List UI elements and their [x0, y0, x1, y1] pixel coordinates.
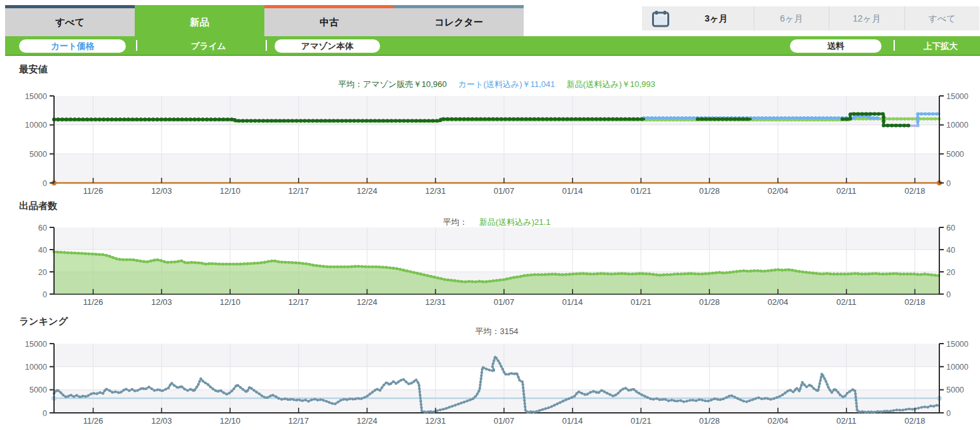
svg-text:01/07: 01/07	[494, 297, 515, 307]
svg-text:5000: 5000	[946, 150, 964, 159]
svg-text:12/17: 12/17	[289, 416, 310, 426]
svg-text:02/18: 02/18	[904, 416, 925, 426]
svg-text:01/14: 01/14	[562, 416, 583, 426]
svg-text:02/11: 02/11	[836, 186, 857, 196]
chart-ranking	[50, 344, 944, 413]
svg-text:5000: 5000	[29, 150, 47, 159]
price-history-charts: 00500050001000010000150001500011/2612/03…	[0, 0, 980, 430]
svg-text:02/18: 02/18	[904, 186, 925, 196]
svg-text:01/28: 01/28	[699, 416, 720, 426]
svg-text:60: 60	[38, 224, 47, 232]
svg-text:12/31: 12/31	[425, 416, 446, 426]
svg-text:01/14: 01/14	[562, 186, 583, 196]
svg-text:10000: 10000	[25, 121, 47, 130]
svg-text:01/21: 01/21	[630, 416, 651, 426]
svg-text:02/04: 02/04	[768, 416, 789, 426]
svg-text:20: 20	[946, 268, 955, 277]
svg-text:11/26: 11/26	[83, 416, 104, 426]
svg-text:0: 0	[946, 290, 951, 299]
svg-text:12/31: 12/31	[425, 186, 446, 196]
svg-text:15000: 15000	[946, 340, 969, 349]
svg-text:10000: 10000	[25, 363, 47, 372]
svg-text:5000: 5000	[29, 386, 47, 394]
svg-text:10000: 10000	[946, 363, 969, 372]
svg-text:20: 20	[38, 268, 47, 277]
svg-text:01/28: 01/28	[699, 297, 720, 307]
svg-text:12/03: 12/03	[151, 416, 172, 426]
svg-text:15000: 15000	[25, 340, 47, 349]
svg-text:0: 0	[43, 290, 47, 299]
svg-text:0: 0	[43, 179, 47, 188]
svg-text:01/14: 01/14	[562, 297, 583, 307]
svg-text:5000: 5000	[946, 386, 964, 394]
svg-text:12/17: 12/17	[289, 186, 310, 196]
svg-text:02/18: 02/18	[904, 297, 925, 307]
svg-text:40: 40	[38, 246, 47, 255]
svg-text:15000: 15000	[946, 92, 969, 101]
svg-text:12/31: 12/31	[425, 297, 446, 307]
chart-seller-count	[50, 227, 944, 294]
svg-text:12/24: 12/24	[357, 297, 378, 307]
svg-text:12/10: 12/10	[220, 297, 241, 307]
svg-text:0: 0	[43, 409, 47, 418]
svg-text:12/24: 12/24	[357, 186, 378, 196]
svg-text:02/04: 02/04	[768, 186, 789, 196]
svg-text:0: 0	[946, 179, 951, 188]
svg-text:40: 40	[946, 246, 955, 255]
svg-text:11/26: 11/26	[83, 297, 104, 307]
svg-text:01/07: 01/07	[494, 416, 515, 426]
svg-text:0: 0	[946, 409, 951, 418]
svg-text:12/17: 12/17	[289, 297, 310, 307]
svg-text:02/11: 02/11	[836, 416, 857, 426]
svg-text:02/04: 02/04	[768, 297, 789, 307]
svg-text:12/24: 12/24	[357, 416, 378, 426]
svg-text:15000: 15000	[25, 92, 47, 101]
svg-text:01/28: 01/28	[699, 186, 720, 196]
svg-text:12/03: 12/03	[151, 297, 172, 307]
svg-text:12/10: 12/10	[220, 186, 241, 196]
svg-text:02/11: 02/11	[836, 297, 857, 307]
svg-text:01/21: 01/21	[630, 297, 651, 307]
chart-lowest-price	[50, 96, 944, 185]
svg-text:12/10: 12/10	[220, 416, 241, 426]
svg-text:01/21: 01/21	[630, 186, 651, 196]
svg-text:60: 60	[946, 224, 955, 232]
svg-text:01/07: 01/07	[494, 186, 515, 196]
svg-text:12/03: 12/03	[151, 186, 172, 196]
svg-text:10000: 10000	[946, 121, 969, 130]
svg-text:11/26: 11/26	[83, 186, 104, 196]
